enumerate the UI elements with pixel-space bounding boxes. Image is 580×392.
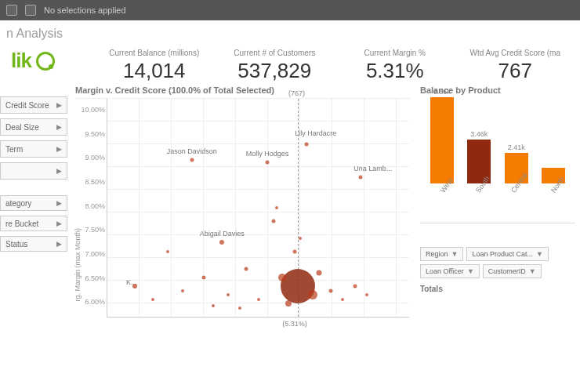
bar-value: 2.41k	[508, 143, 525, 151]
point-label: Abigail Davies	[200, 230, 245, 238]
data-point[interactable]	[275, 206, 278, 209]
point-label: Una Lamb...	[353, 165, 392, 172]
data-point[interactable]	[245, 267, 248, 270]
data-point[interactable]	[308, 290, 317, 299]
bar[interactable]	[430, 97, 454, 183]
y-axis: 10.00% 9.50% 9.00% 8.50% 8.00% 7.50% 7.0…	[75, 99, 107, 318]
kpi-value: 5.31%	[335, 59, 455, 83]
data-point[interactable]	[316, 270, 321, 276]
kpi-label: Current # of Customers	[215, 49, 335, 57]
data-point[interactable]	[202, 275, 206, 279]
scatter-panel: Margin v. Credit Score (100.0% of Total …	[71, 82, 415, 333]
dropdown-loan-product[interactable]: Loan Product Cat...▼	[466, 247, 548, 261]
dropdown-region[interactable]: Region▼	[420, 247, 463, 261]
forward-icon[interactable]	[25, 5, 36, 16]
bar-chart[interactable]: 6.86k West 3.46k South 2.41k Central	[420, 98, 575, 223]
kpi-label: Current Balance (millions)	[94, 49, 215, 57]
chevron-right-icon: ▶	[56, 145, 62, 153]
filter-blank[interactable]: ▶	[0, 162, 67, 180]
chevron-right-icon: ▶	[56, 240, 62, 248]
chevron-down-icon: ▼	[467, 267, 474, 275]
data-point[interactable]	[341, 298, 344, 301]
filter-deal-size[interactable]: Deal Size▶	[0, 118, 67, 136]
data-point[interactable]	[266, 160, 270, 164]
chevron-right-icon: ▶	[56, 167, 62, 175]
filter-bucket[interactable]: re Bucket▶	[0, 216, 67, 231]
filter-sidebar: Credit Score▶ Deal Size▶ Term▶ ▶ ategory…	[0, 82, 71, 333]
kpi-credit: Wtd Avg Credit Score (ma 767	[455, 49, 576, 83]
kpi-value: 14,014	[94, 59, 215, 83]
logo-text: lik	[11, 49, 31, 73]
kpi-customers: Current # of Customers 537,829	[215, 49, 335, 83]
data-point[interactable]	[227, 293, 230, 296]
point-label: Molly Hodges	[246, 150, 289, 158]
selections-text: No selections applied	[44, 5, 126, 15]
data-point[interactable]	[271, 219, 275, 223]
right-column: Balance by Product 6.86k West 3.46k Sout…	[415, 82, 580, 333]
kpi-row: Current Balance (millions) 14,014 Curren…	[94, 49, 575, 83]
point-label: Jason Davidson	[167, 147, 217, 155]
filter-status[interactable]: Status▶	[0, 236, 67, 252]
data-point[interactable]	[353, 285, 357, 289]
data-point[interactable]	[292, 249, 296, 253]
filter-term[interactable]: Term▶	[0, 140, 67, 158]
data-point[interactable]	[166, 250, 169, 253]
data-point[interactable]	[257, 298, 260, 301]
point-label: Lily Hardacre	[295, 129, 336, 137]
bar-item[interactable]: North	[538, 166, 568, 207]
data-point[interactable]	[299, 237, 302, 240]
data-point[interactable]	[151, 298, 154, 301]
data-point[interactable]	[365, 293, 368, 296]
data-point[interactable]	[359, 176, 363, 180]
data-point[interactable]	[212, 304, 215, 307]
data-point[interactable]	[181, 289, 184, 292]
chevron-down-icon: ▼	[536, 250, 543, 258]
filter-category[interactable]: ategory▶	[0, 195, 67, 211]
totals-label: Totals	[420, 285, 575, 293]
chevron-down-icon: ▼	[529, 267, 536, 275]
back-icon[interactable]	[6, 5, 17, 16]
bar-item[interactable]: 6.86k West	[427, 88, 457, 207]
bar-value: 6.86k	[433, 88, 451, 96]
bar-item[interactable]: 2.41k Central	[502, 143, 531, 207]
data-point[interactable]	[132, 284, 137, 289]
data-point[interactable]	[305, 143, 309, 147]
kpi-value: 767	[455, 59, 576, 83]
x-reference-label: (767)	[288, 89, 305, 97]
data-point[interactable]	[285, 300, 292, 307]
chevron-right-icon: ▶	[56, 199, 62, 207]
chevron-down-icon: ▼	[451, 250, 459, 258]
data-point[interactable]	[328, 289, 332, 292]
kpi-label: Current Margin %	[335, 49, 455, 57]
kpi-value: 537,829	[215, 59, 335, 83]
kpi-balance: Current Balance (millions) 14,014	[94, 49, 215, 83]
scatter-plot-area[interactable]: (767) (5.31%) Jason Davidson Molly Hodge…	[107, 99, 409, 318]
scatter-title: Margin v. Credit Score (100.0% of Total …	[75, 85, 411, 95]
logo-mark-icon	[36, 52, 55, 71]
data-point[interactable]	[219, 240, 224, 245]
data-point[interactable]	[238, 307, 241, 310]
dropdown-loan-officer[interactable]: Loan Officer▼	[420, 264, 480, 278]
bar-item[interactable]: 3.46k South	[464, 130, 494, 207]
dropdown-customer[interactable]: CustomerID▼	[483, 264, 542, 278]
kpi-margin: Current Margin % 5.31%	[335, 49, 455, 83]
selection-bar: No selections applied	[0, 0, 580, 20]
chevron-right-icon: ▶	[56, 101, 62, 109]
dimension-dropdowns: Region▼ Loan Product Cat...▼ Loan Office…	[420, 247, 575, 278]
y-reference-label: (5.31%)	[282, 320, 307, 328]
data-point[interactable]	[278, 274, 286, 281]
page-title: n Analysis	[0, 20, 580, 44]
kpi-label: Wtd Avg Credit Score (ma	[455, 49, 576, 57]
data-point[interactable]	[190, 158, 194, 162]
filter-credit-score[interactable]: Credit Score▶	[0, 96, 67, 114]
scatter-chart[interactable]: rg. Margin (max Month) 10.00% 9.50% 9.00…	[75, 98, 411, 333]
bar-value: 3.46k	[470, 130, 488, 138]
chevron-right-icon: ▶	[56, 220, 62, 227]
chevron-right-icon: ▶	[56, 123, 62, 131]
